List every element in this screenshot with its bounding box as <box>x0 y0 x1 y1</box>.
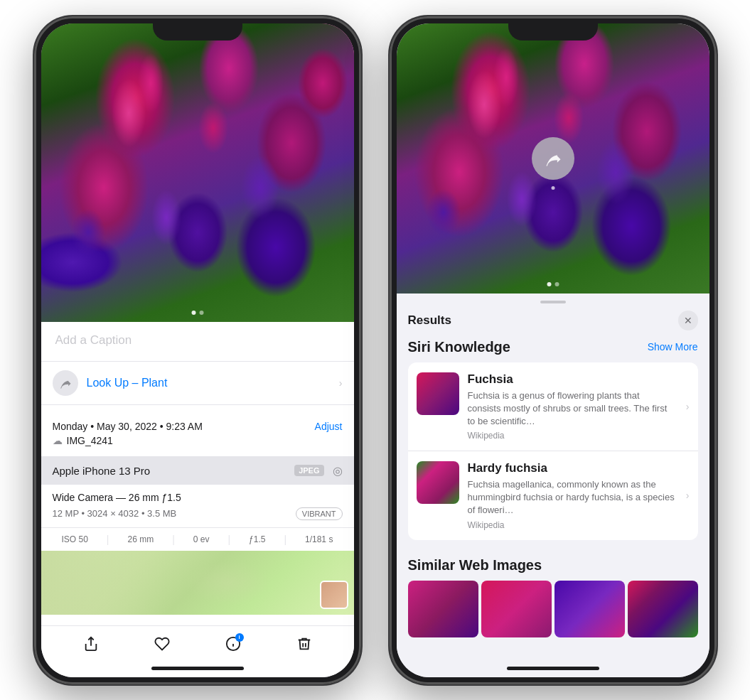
phone-2-screen: Results ✕ Siri Knowledge Show More <box>397 23 709 677</box>
siri-item-hardy-fuchsia[interactable]: Hardy fuchsia Fuchsia magellanica, commo… <box>408 451 698 540</box>
similar-images-title: Similar Web Images <box>408 557 698 574</box>
vlu-dot <box>551 186 555 190</box>
camera-specs: Wide Camera — 26 mm ƒ1.5 12 MP • 3024 × … <box>41 485 354 527</box>
visual-lookup-icon <box>543 149 563 168</box>
device-section: Apple iPhone 13 Pro JPEG ◎ Wide Camera —… <box>41 457 354 551</box>
siri-knowledge-title: Siri Knowledge <box>408 339 510 355</box>
camera-mp-row: 12 MP • 3024 × 4032 • 3.5 MB VIBRANT <box>53 507 343 520</box>
similar-image-1[interactable] <box>408 581 478 637</box>
phone-1: Add a Caption Look Up – Plant › <box>34 16 361 684</box>
vibrant-badge: VIBRANT <box>296 507 343 520</box>
photo-pagination-dots-2 <box>547 282 559 286</box>
photo-display[interactable] <box>41 23 354 322</box>
lookup-label: Look Up – Plant <box>87 377 168 389</box>
dot-2-1 <box>547 282 551 286</box>
ev-value: 0 ev <box>193 534 210 544</box>
notch-2 <box>508 16 598 41</box>
fuchsia-thumbnail <box>417 372 459 415</box>
adjust-button[interactable]: Adjust <box>315 421 343 432</box>
siri-header: Siri Knowledge Show More <box>408 339 698 355</box>
similar-image-2[interactable] <box>481 581 552 637</box>
sep-1: | <box>107 534 109 545</box>
device-row: Apple iPhone 13 Pro JPEG ◎ <box>41 457 354 485</box>
home-indicator-1 <box>151 667 244 670</box>
caption-placeholder[interactable]: Add a Caption <box>55 333 132 347</box>
hardy-fuchsia-content: Hardy fuchsia Fuchsia magellanica, commo… <box>468 461 675 530</box>
siri-card: Fuchsia Fuchsia is a genus of flowering … <box>408 362 698 540</box>
camera-wide: Wide Camera — 26 mm ƒ1.5 <box>53 492 343 503</box>
sep-2: | <box>172 534 175 545</box>
iso-row: ISO 50 | 26 mm | 0 ev | ƒ1.5 | 1/181 s <box>41 527 354 551</box>
device-name: Apple iPhone 13 Pro <box>53 465 151 477</box>
lookup-type: Plant <box>141 377 167 389</box>
map-area[interactable] <box>41 551 354 615</box>
hardy-fuchsia-chevron-icon: › <box>686 490 690 501</box>
photo-display-2[interactable] <box>397 23 709 294</box>
meta-filename-row: ☁ IMG_4241 <box>53 435 343 446</box>
lookup-icon <box>53 370 78 396</box>
sep-4: | <box>284 534 286 545</box>
home-indicator-2 <box>507 667 599 670</box>
fuchsia-title: Fuchsia <box>468 372 675 387</box>
results-header: Results ✕ <box>397 303 709 339</box>
device-icons: JPEG ◎ <box>294 464 342 478</box>
phone-2: Results ✕ Siri Knowledge Show More <box>390 16 717 684</box>
filename: IMG_4241 <box>67 435 113 446</box>
leaf-icon <box>58 376 73 390</box>
iso-value: ISO 50 <box>61 534 87 544</box>
lookup-chevron: › <box>339 377 343 389</box>
results-panel: Results ✕ Siri Knowledge Show More <box>397 294 709 677</box>
dot-1 <box>191 311 195 315</box>
hardy-fuchsia-source: Wikipedia <box>468 520 675 530</box>
aperture-value: ƒ1.5 <box>249 534 265 544</box>
cloud-icon: ☁ <box>53 435 63 446</box>
location-icon: ◎ <box>333 464 343 478</box>
delete-button[interactable] <box>296 636 312 652</box>
similar-images-grid <box>408 581 698 637</box>
hardy-fuchsia-description: Fuchsia magellanica, commonly known as t… <box>468 478 675 517</box>
shutter-speed: 1/181 s <box>305 534 333 544</box>
photo-pagination-dots <box>191 311 203 315</box>
photo-date: Monday • May 30, 2022 • 9:23 AM <box>53 421 203 432</box>
caption-area[interactable]: Add a Caption <box>41 322 354 362</box>
photo-petals <box>41 23 354 322</box>
focal-length: 26 mm <box>127 534 154 544</box>
info-section: Look Up – Plant › Monday • May 30, 2022 … <box>41 362 354 625</box>
dot-2 <box>199 311 203 315</box>
fuchsia-chevron-icon: › <box>686 401 690 412</box>
results-title: Results <box>408 313 451 328</box>
dot-2-2 <box>555 282 559 286</box>
siri-knowledge-section: Siri Knowledge Show More Fuchsia Fuchsia… <box>397 339 709 546</box>
show-more-button[interactable]: Show More <box>648 341 698 352</box>
info-button[interactable] <box>225 636 241 652</box>
hardy-fuchsia-thumbnail <box>417 461 459 504</box>
meta-date-row: Monday • May 30, 2022 • 9:23 AM Adjust <box>53 421 343 432</box>
sep-3: | <box>227 534 230 545</box>
notch <box>153 16 242 41</box>
hardy-fuchsia-title: Hardy fuchsia <box>468 461 675 475</box>
siri-item-fuchsia[interactable]: Fuchsia Fuchsia is a genus of flowering … <box>408 362 698 452</box>
map-thumbnail <box>320 581 348 609</box>
lookup-row[interactable]: Look Up – Plant › <box>41 362 354 405</box>
jpeg-badge: JPEG <box>294 465 323 476</box>
fuchsia-content: Fuchsia Fuchsia is a genus of flowering … <box>468 372 675 441</box>
fuchsia-source: Wikipedia <box>468 431 675 441</box>
similar-web-images-section: Similar Web Images <box>397 546 709 643</box>
map-overlay <box>41 551 354 615</box>
meta-section: Monday • May 30, 2022 • 9:23 AM Adjust ☁… <box>41 411 354 457</box>
share-button[interactable] <box>83 636 99 652</box>
info-active-badge <box>235 633 244 642</box>
similar-image-3[interactable] <box>555 581 625 637</box>
favorite-button[interactable] <box>154 636 170 652</box>
similar-image-4[interactable] <box>628 581 698 637</box>
phone-1-screen: Add a Caption Look Up – Plant › <box>41 23 354 677</box>
lookup-prefix: Look Up – <box>87 377 139 389</box>
results-close-button[interactable]: ✕ <box>678 311 698 330</box>
phones-container: Add a Caption Look Up – Plant › <box>20 2 731 699</box>
fuchsia-description: Fuchsia is a genus of flowering plants t… <box>468 389 675 429</box>
visual-lookup-button[interactable] <box>532 137 574 180</box>
camera-mp: 12 MP • 3024 × 4032 • 3.5 MB <box>53 508 177 519</box>
close-icon: ✕ <box>684 315 692 326</box>
